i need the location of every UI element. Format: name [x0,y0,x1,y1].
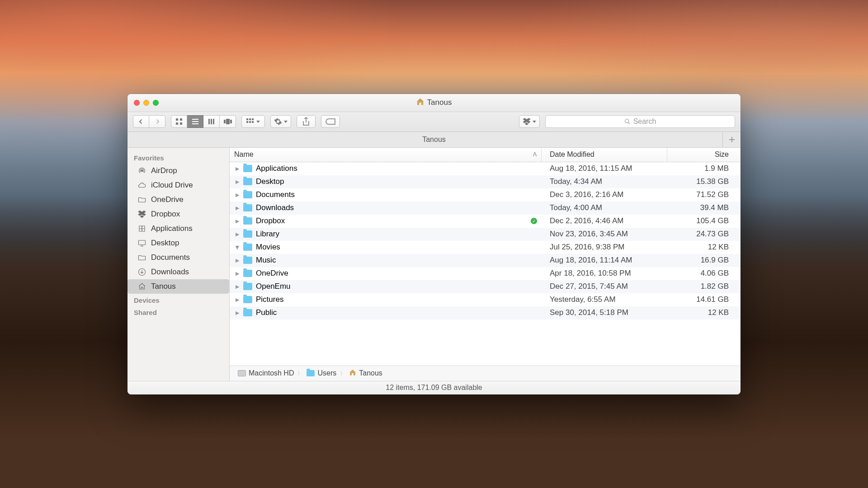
path-segment[interactable]: Users [307,369,336,377]
path-bar: Macintosh HD〉Users〉Tanous [230,366,741,381]
svg-rect-15 [252,118,254,120]
chevron-right-icon: 〉 [297,370,303,377]
disclosure-triangle-icon[interactable]: ▶ [235,192,240,198]
new-tab-button[interactable] [722,132,741,147]
arrange-button[interactable] [241,115,265,128]
file-row[interactable]: ▶DownloadsToday, 4:00 AM39.4 MB [230,202,741,215]
file-name: Music [256,256,276,265]
file-name: Downloads [256,203,294,212]
file-row[interactable]: ▶OpenEmuDec 27, 2015, 7:45 AM1.82 GB [230,280,741,293]
sidebar-item-onedrive[interactable]: OneDrive [127,192,229,207]
disclosure-triangle-icon[interactable]: ▶ [235,271,240,277]
disclosure-triangle-icon[interactable]: ▶ [235,258,240,263]
disclosure-triangle-icon[interactable]: ▶ [235,231,240,237]
action-button[interactable] [270,115,291,128]
file-row[interactable]: ▶MusicAug 18, 2016, 11:14 AM16.9 GB [230,254,741,267]
file-date: Aug 18, 2016, 11:15 AM [542,164,667,173]
file-date: Today, 4:00 AM [542,203,667,212]
sync-badge-icon: ✓ [531,218,537,224]
svg-rect-3 [180,122,182,125]
file-row[interactable]: ▶Dropbox✓Dec 2, 2016, 4:46 AM105.4 GB [230,215,741,228]
sidebar-item-airdrop[interactable]: AirDrop [127,164,229,178]
file-name: Library [256,230,279,239]
path-segment[interactable]: Macintosh HD [238,369,294,377]
file-date: Aug 18, 2016, 11:14 AM [542,256,667,265]
file-name: OneDrive [256,269,288,278]
sidebar-item-dropbox[interactable]: Dropbox [127,207,229,221]
tags-button[interactable] [321,115,340,128]
svg-rect-14 [249,118,251,120]
path-segment[interactable]: Tanous [349,369,382,378]
search-field[interactable]: Search [545,115,735,128]
file-name: Desktop [256,177,284,186]
sidebar-section-header[interactable]: Shared [127,306,229,318]
column-date[interactable]: Date Modified [542,148,667,162]
disclosure-triangle-icon[interactable]: ▶ [235,245,241,249]
file-date: Today, 4:34 AM [542,177,667,186]
svg-rect-8 [211,119,212,124]
folder-icon [243,270,252,277]
hd-icon [238,370,246,376]
sidebar-section-header[interactable]: Devices [127,294,229,306]
file-name: Public [256,308,277,317]
disclosure-triangle-icon[interactable]: ▶ [235,297,240,303]
folder-icon [137,195,146,204]
file-size: 105.4 GB [667,216,741,225]
sidebar-item-tanous[interactable]: Tanous [127,279,229,294]
column-size[interactable]: Size [667,148,741,162]
disclosure-triangle-icon[interactable]: ▶ [235,284,240,290]
sidebar-item-desktop[interactable]: Desktop [127,236,229,250]
svg-rect-21 [139,240,146,245]
sidebar-item-icloud-drive[interactable]: iCloud Drive [127,178,229,192]
coverflow-view-button[interactable] [220,115,236,128]
file-row[interactable]: ▶OneDriveApr 18, 2016, 10:58 PM4.06 GB [230,267,741,280]
file-row[interactable]: ▶LibraryNov 23, 2016, 3:45 AM24.73 GB [230,228,741,241]
file-row[interactable]: ▶DesktopToday, 4:34 AM15.38 GB [230,175,741,188]
file-row[interactable]: ▶MoviesJul 25, 2016, 9:38 PM12 KB [230,241,741,254]
active-tab[interactable]: Tanous [422,136,446,144]
disclosure-triangle-icon[interactable]: ▶ [235,218,240,224]
file-row[interactable]: ▶ApplicationsAug 18, 2016, 11:15 AM1.9 M… [230,162,741,175]
file-row[interactable]: ▶DocumentsDec 3, 2016, 2:16 AM71.52 GB [230,188,741,202]
sidebar-item-documents[interactable]: Documents [127,250,229,265]
svg-rect-10 [224,120,226,123]
forward-button[interactable] [149,115,165,128]
svg-rect-1 [180,118,182,121]
sidebar-item-label: iCloud Drive [151,181,193,190]
apps-icon [137,224,146,233]
disclosure-triangle-icon[interactable]: ▶ [235,205,240,211]
sidebar-section-header[interactable]: Favorites [127,151,229,164]
view-buttons [171,115,236,128]
column-view-button[interactable] [203,115,220,128]
desktop-icon [137,239,146,248]
sidebar-item-applications[interactable]: Applications [127,221,229,236]
disclosure-triangle-icon[interactable]: ▶ [235,179,240,185]
file-date: Apr 18, 2016, 10:58 PM [542,269,667,278]
file-row[interactable]: ▶PicturesYesterday, 6:55 AM14.61 GB [230,293,741,306]
file-date: Dec 27, 2015, 7:45 AM [542,282,667,291]
back-button[interactable] [133,115,149,128]
dropbox-toolbar-button[interactable] [519,115,540,128]
toolbar: Search [127,112,741,132]
icon-view-button[interactable] [171,115,187,128]
file-size: 16.9 GB [667,256,741,265]
svg-point-20 [141,169,143,172]
file-name: Pictures [256,295,283,304]
disclosure-triangle-icon[interactable]: ▶ [235,310,240,316]
sidebar-item-label: AirDrop [151,166,177,175]
file-name: Documents [256,190,295,199]
close-button[interactable] [134,100,140,106]
file-date: Yesterday, 6:55 AM [542,295,667,304]
share-button[interactable] [297,115,316,128]
chevron-right-icon: 〉 [340,370,345,377]
disclosure-triangle-icon[interactable]: ▶ [235,166,240,172]
minimize-button[interactable] [143,100,149,106]
status-bar: 12 items, 171.09 GB available [127,381,741,394]
nav-buttons [133,115,165,128]
sidebar-item-downloads[interactable]: Downloads [127,265,229,279]
file-row[interactable]: ▶PublicSep 30, 2014, 5:18 PM12 KB [230,306,741,319]
column-name[interactable]: Nameᐱ [230,148,542,162]
zoom-button[interactable] [153,100,159,106]
list-view-button[interactable] [187,115,203,128]
folder-icon [243,230,252,238]
